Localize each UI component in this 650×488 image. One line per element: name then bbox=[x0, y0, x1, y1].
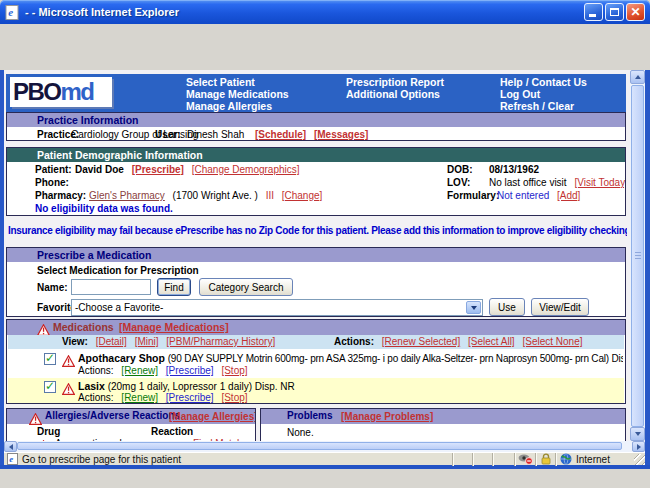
nav-manage-medications[interactable]: Manage Medications bbox=[186, 88, 289, 100]
warning-icon bbox=[37, 322, 50, 334]
view-pbm-history-link[interactable]: [PBM/Pharmacy History] bbox=[166, 336, 275, 347]
nav-additional-options[interactable]: Additional Options bbox=[346, 88, 444, 100]
use-button[interactable]: Use bbox=[489, 298, 525, 316]
horizontal-scroll-thumb[interactable] bbox=[17, 442, 622, 450]
schedule-link[interactable]: [Schedule] bbox=[255, 129, 306, 140]
nav-manage-allergies[interactable]: Manage Allergies bbox=[186, 100, 289, 112]
medication-checkbox[interactable]: ✓ bbox=[44, 353, 56, 365]
formulary-value: Not entered bbox=[497, 190, 549, 201]
visit-today-link[interactable]: [Visit Today] bbox=[574, 177, 626, 188]
medication-name: Lasix bbox=[78, 380, 105, 392]
select-all-link[interactable]: [Select All] bbox=[468, 336, 515, 347]
medication-details: (90 DAY SUPPLY Motrin 600mg- prn ASA 325… bbox=[168, 353, 623, 364]
view-label: View: bbox=[62, 336, 88, 347]
prescribe-section-title: Prescribe a Medication bbox=[37, 249, 151, 261]
nav-column-2: Prescription Report Additional Options bbox=[346, 76, 444, 100]
problems-section: Problems [Manage Problems] None. bbox=[260, 408, 626, 441]
change-demographics-link[interactable]: [Change Demographics] bbox=[192, 164, 300, 175]
patient-label: Patient: bbox=[35, 164, 72, 175]
favorites-dropdown-arrow-icon[interactable] bbox=[466, 301, 481, 314]
manage-medications-link[interactable]: [Manage Medications] bbox=[119, 321, 229, 333]
warning-icon bbox=[62, 381, 75, 393]
prescribe-link[interactable]: [Prescribe] bbox=[166, 392, 214, 403]
allergies-section-title: Allergies/Adverse Reactions bbox=[45, 410, 180, 421]
renew-link[interactable]: [Renew] bbox=[121, 365, 158, 376]
vertical-scrollbar[interactable] bbox=[630, 70, 645, 441]
view-detail-link[interactable]: [Detail] bbox=[96, 336, 127, 347]
select-none-link[interactable]: [Select None] bbox=[522, 336, 582, 347]
drug-column-header: Drug bbox=[37, 426, 60, 437]
renew-selected-link[interactable]: [Renew Selected] bbox=[382, 336, 460, 347]
pharmacy-flag: III bbox=[266, 190, 274, 201]
practice-section-header: Practice Information bbox=[7, 113, 625, 127]
category-search-button[interactable]: Category Search bbox=[199, 278, 293, 296]
resize-grip[interactable] bbox=[634, 454, 645, 465]
pharmacy-change-link[interactable]: [Change] bbox=[282, 190, 323, 201]
lov-text: No last office visit bbox=[489, 177, 567, 188]
find-button[interactable]: Find bbox=[157, 278, 191, 296]
status-zone-label: Internet bbox=[576, 454, 610, 465]
maximize-button[interactable] bbox=[605, 3, 624, 21]
practice-section-title: Practice Information bbox=[37, 114, 139, 126]
medication-name-input[interactable] bbox=[71, 279, 151, 295]
formulary-add-link[interactable]: [Add] bbox=[557, 190, 580, 201]
view-mini-link[interactable]: [Mini] bbox=[135, 336, 159, 347]
messages-link[interactable]: [Messages] bbox=[314, 129, 368, 140]
window-titlebar[interactable]: e - - Microsoft Internet Explorer ✕ bbox=[0, 0, 650, 24]
window-frame-right bbox=[645, 70, 650, 469]
medications-section-title: Medications bbox=[53, 321, 114, 333]
prescribe-section-header: Prescribe a Medication bbox=[7, 248, 625, 262]
horizontal-scrollbar[interactable] bbox=[4, 441, 645, 452]
nav-help-contact[interactable]: Help / Contact Us bbox=[500, 76, 587, 88]
stop-link[interactable]: [Stop] bbox=[221, 365, 247, 376]
pbomd-logo[interactable]: PBOmd bbox=[10, 77, 112, 107]
pharmacy-name-link[interactable]: Glen's Pharmacy bbox=[89, 190, 165, 201]
patient-section-header: Patient Demographic Information bbox=[7, 148, 625, 162]
status-bar: e Go to prescribe page for this patient … bbox=[4, 452, 645, 465]
allergies-section: Allergies/Adverse Reactions [Manage Alle… bbox=[6, 408, 256, 441]
row-actions-label: Actions: bbox=[78, 365, 114, 376]
renew-link[interactable]: [Renew] bbox=[121, 392, 158, 403]
scroll-right-button[interactable] bbox=[632, 441, 645, 452]
dob-label: DOB: bbox=[447, 164, 473, 175]
prescribe-link[interactable]: [Prescribe] bbox=[132, 164, 184, 175]
prescribe-subtitle: Select Medication for Prescription bbox=[37, 265, 199, 276]
practice-information-section: Practice Information Practice: Cardiolog… bbox=[6, 112, 626, 141]
medication-checkbox[interactable]: ✓ bbox=[44, 381, 56, 393]
prescribe-link[interactable]: [Prescribe] bbox=[166, 365, 214, 376]
nav-refresh-clear[interactable]: Refresh / Clear bbox=[500, 100, 587, 112]
ie-window-icon: e bbox=[5, 5, 20, 20]
svg-text:e: e bbox=[9, 454, 13, 464]
patient-demographic-section: Patient Demographic Information Patient:… bbox=[6, 147, 626, 216]
close-button[interactable]: ✕ bbox=[626, 3, 645, 21]
allergies-section-header: Allergies/Adverse Reactions [Manage Alle… bbox=[7, 409, 255, 424]
stop-link[interactable]: [Stop] bbox=[221, 392, 247, 403]
nav-log-out[interactable]: Log Out bbox=[500, 88, 587, 100]
phone-label: Phone: bbox=[35, 177, 69, 188]
status-page-icon: e bbox=[7, 453, 18, 465]
medications-toolbar: View: [Detail] [Mini] [PBM/Pharmacy Hist… bbox=[8, 335, 624, 349]
favorites-select[interactable]: -Choose a Favorite- bbox=[71, 299, 483, 316]
name-label: Name: bbox=[37, 282, 68, 293]
insurance-eligibility-notice: Insurance eligibility may fail because e… bbox=[8, 225, 627, 236]
view-edit-button[interactable]: View/Edit bbox=[531, 298, 589, 316]
user-name: Dinesh Shah bbox=[187, 129, 244, 140]
medications-section-header: Medications [Manage Medications] bbox=[7, 320, 625, 335]
privacy-report-icon[interactable] bbox=[514, 453, 535, 466]
actions-label: Actions: bbox=[334, 336, 374, 347]
dob-value: 08/13/1962 bbox=[489, 164, 539, 175]
scroll-down-button[interactable] bbox=[630, 427, 645, 441]
minimize-button[interactable] bbox=[584, 3, 603, 21]
warning-icon bbox=[62, 353, 75, 365]
vertical-scroll-thumb[interactable] bbox=[631, 85, 644, 427]
window-title: - - Microsoft Internet Explorer bbox=[25, 6, 179, 18]
scroll-up-button[interactable] bbox=[630, 70, 645, 84]
scroll-left-button[interactable] bbox=[4, 441, 17, 452]
security-lock-icon[interactable] bbox=[535, 453, 555, 466]
status-pane bbox=[452, 453, 472, 466]
manage-allergies-link[interactable]: [Manage Allergies] bbox=[169, 411, 256, 422]
manage-problems-link[interactable]: [Manage Problems] bbox=[341, 411, 433, 422]
nav-prescription-report[interactable]: Prescription Report bbox=[346, 76, 444, 88]
nav-select-patient[interactable]: Select Patient bbox=[186, 76, 289, 88]
reaction-column-header: Reaction bbox=[151, 426, 193, 437]
